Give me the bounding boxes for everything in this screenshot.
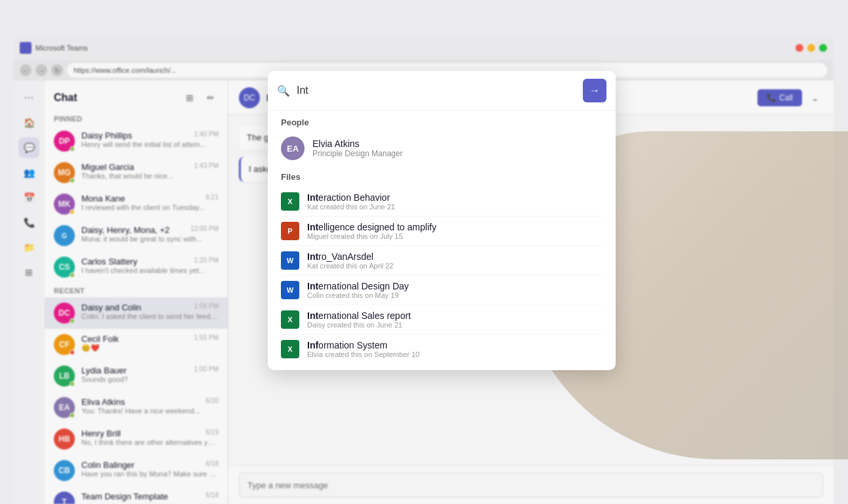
list-item[interactable]: DP Daisy Phillips 1:40 PM Henry will sen… [45, 125, 228, 157]
chat-time: 6/20 [206, 397, 219, 407]
avatar: T [54, 492, 75, 504]
chat-name: Cecil Folk [81, 334, 119, 344]
chat-preview: You: Thanks! Have a nice weekend... [81, 407, 219, 415]
refresh-button[interactable]: ↻ [51, 64, 63, 76]
file-info: Information System Elvia created this on… [307, 340, 419, 358]
chat-name: Miguel Garcia [81, 162, 134, 172]
file-meta: Elvia created this on September 10 [307, 350, 419, 358]
excel-file-icon: X [281, 340, 299, 358]
window-title: Microsoft Teams [35, 44, 88, 52]
more-options-icon[interactable]: ⌄ [807, 90, 823, 106]
back-button[interactable]: ← [20, 64, 32, 76]
list-item[interactable]: DC Daisy and Colin 1:58 PM Colin: I aske… [45, 297, 228, 329]
forward-button[interactable]: → [35, 64, 47, 76]
file-meta: Miguel created this on July 15 [307, 232, 436, 240]
status-indicator [70, 413, 75, 418]
recent-section-label: Recent [45, 283, 228, 297]
chat-info: Carlos Slattery 1:20 PM I haven't checke… [81, 257, 219, 274]
icon-rail: ⋯ 🏠 💬 👥 📅 📞 📁 ⊞ [13, 81, 45, 504]
list-item[interactable]: MK Mona Kane 6:21 I reviewed with the cl… [45, 188, 228, 220]
maximize-btn[interactable] [819, 44, 827, 52]
file-item[interactable]: P Intelligence designed to amplify Migue… [281, 217, 603, 246]
chat-preview: Colin: I asked the client to send her fe… [81, 312, 219, 320]
chat-time: 1:40 PM [194, 131, 219, 140]
person-info: Elvia Atkins Principle Design Manager [312, 138, 402, 158]
rail-apps-icon[interactable]: ⋯ [18, 87, 39, 108]
chat-time: 1:20 PM [194, 257, 219, 266]
call-button[interactable]: 📞 Call [757, 89, 802, 106]
file-item[interactable]: X Interaction Behavior Kat created this … [281, 187, 603, 217]
chat-name: Team Design Template [81, 492, 168, 501]
file-meta: Kat created this on April 22 [307, 262, 393, 270]
close-btn[interactable] [795, 44, 803, 52]
chat-list: Pinned DP Daisy Phillips 1:40 PM Henry w… [45, 111, 228, 504]
file-name: Information System [307, 340, 419, 350]
minimize-btn[interactable] [807, 44, 815, 52]
search-submit-button[interactable]: → [583, 79, 606, 102]
file-item[interactable]: X International Sales report Daisy creat… [281, 305, 603, 335]
file-info: International Sales report Daisy created… [307, 310, 411, 329]
chat-main-actions: 📞 Call ⌄ [757, 89, 823, 106]
list-item[interactable]: EA Eliva Atkins 6/20 You: Thanks! Have a… [45, 392, 228, 423]
chat-name: Daisy and Colin [81, 303, 141, 312]
pinned-section-label: Pinned [45, 111, 228, 125]
rail-chat-icon[interactable]: 💬 [18, 137, 39, 158]
chat-main-avatar: DC [239, 87, 260, 108]
rail-teams-icon[interactable]: 👥 [18, 162, 39, 183]
search-input[interactable] [297, 85, 576, 96]
list-item[interactable]: G Daisy, Henry, Mona, +2 12:00 PM Mona: … [45, 220, 228, 251]
list-item[interactable]: HB Henry Brill 6/19 No, I think there ar… [45, 423, 228, 455]
teams-logo [20, 42, 32, 54]
file-name: International Design Day [307, 281, 409, 291]
word-file-icon: W [281, 281, 299, 299]
chat-info: Lydia Bauer 1:00 PM Sounds good? [81, 366, 219, 383]
chat-name: Mona Kane [81, 194, 125, 203]
file-item[interactable]: W Intro_VanArsdel Kat created this on Ap… [281, 246, 603, 276]
chat-name: Daisy, Henry, Mona, +2 [81, 225, 169, 235]
chat-info: Daisy and Colin 1:58 PM Colin: I asked t… [81, 303, 219, 320]
chat-info: Miguel Garcia 1:43 PM Thanks, that would… [81, 162, 219, 180]
file-info: Interaction Behavior Kat created this on… [307, 192, 395, 211]
files-section-title: Files [281, 172, 603, 182]
chat-name: Henry Brill [81, 429, 121, 438]
filter-icon[interactable]: ⊞ [182, 90, 198, 106]
list-item[interactable]: T Team Design Template 6/18 [45, 486, 228, 504]
title-bar: Microsoft Teams [13, 36, 834, 60]
search-dropdown: 🔍 → People EA Elvia Atkins Principle Des… [268, 71, 616, 370]
new-chat-icon[interactable]: ✏ [203, 90, 219, 106]
search-bar: 🔍 → [268, 71, 616, 111]
chat-time: 6/19 [206, 429, 219, 438]
file-item[interactable]: W International Design Day Colin created… [281, 276, 603, 305]
avatar: HB [54, 429, 75, 450]
message-input[interactable] [239, 472, 823, 497]
chat-preview: Have you ran this by Mona? Make sure sh.… [81, 470, 219, 478]
chat-time: 1:55 PM [194, 334, 219, 344]
rail-home-icon[interactable]: 🏠 [18, 112, 39, 133]
list-item[interactable]: MG Miguel Garcia 1:43 PM Thanks, that wo… [45, 157, 228, 188]
search-icon: 🔍 [277, 85, 290, 97]
person-item[interactable]: EA Elvia Atkins Principle Design Manager [281, 133, 603, 164]
chat-preview: I haven't checked available times yet... [81, 266, 219, 274]
file-item[interactable]: X Information System Elvia created this … [281, 335, 603, 364]
people-section-title: People [281, 117, 603, 127]
list-item[interactable]: CB Colin Balinger 6/18 Have you ran this… [45, 455, 228, 486]
list-item[interactable]: CS Carlos Slattery 1:20 PM I haven't che… [45, 251, 228, 283]
chat-preview: Thanks, that would be nice... [81, 172, 219, 180]
rail-calendar-icon[interactable]: 📅 [18, 187, 39, 208]
rail-calls-icon[interactable]: 📞 [18, 212, 39, 233]
chat-info: Colin Balinger 6/18 Have you ran this by… [81, 460, 219, 478]
list-item[interactable]: CF Cecil Folk 1:55 PM 😊❤️ [45, 329, 228, 360]
status-indicator [70, 318, 75, 324]
chat-preview: No, I think there are other alternatives… [81, 438, 219, 446]
file-name: International Sales report [307, 310, 411, 321]
chat-header-icons: ⊞ ✏ [182, 90, 219, 106]
rail-files-icon[interactable]: 📁 [18, 237, 39, 258]
rail-apps-grid-icon[interactable]: ⊞ [18, 262, 39, 283]
chat-header: Chat ⊞ ✏ [45, 81, 228, 111]
window-controls [795, 44, 827, 52]
person-role: Principle Design Manager [312, 149, 402, 158]
list-item[interactable]: LB Lydia Bauer 1:00 PM Sounds good? [45, 360, 228, 392]
chat-time: 1:43 PM [194, 162, 219, 172]
chat-preview: Mona: it would be great to sync with... [81, 235, 219, 243]
chat-name: Colin Balinger [81, 460, 135, 470]
